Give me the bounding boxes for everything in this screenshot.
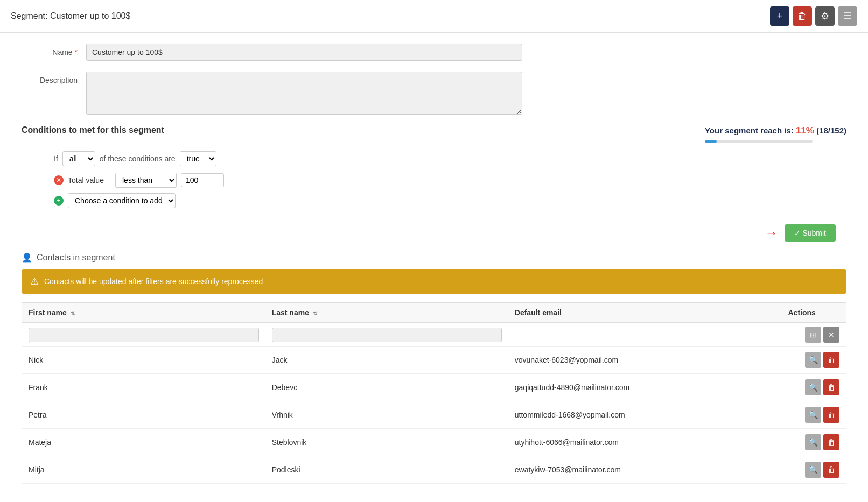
reach-bar-container (705, 140, 813, 143)
table-row: Petra Vrhnik uttommiledd-1668@yopmail.co… (22, 401, 846, 429)
col-lastname[interactable]: Last name ⇅ (265, 303, 508, 323)
total-value-label: Total value (68, 176, 111, 185)
cell-actions: 🔍 🗑 (782, 374, 846, 401)
warning-icon: ⚠ (30, 275, 39, 287)
cell-firstname: Mateja (22, 429, 265, 456)
col-firstname[interactable]: First name ⇅ (22, 303, 265, 323)
delete-row-button[interactable]: 🗑 (823, 434, 839, 450)
cell-lastname: Debevc (265, 374, 508, 401)
description-label: Description (22, 72, 86, 84)
row-actions: 🔍 🗑 (788, 407, 840, 423)
reach-info-block: Your segment reach is: 11% (18/152) (705, 125, 846, 143)
row-actions: 🔍 🗑 (788, 462, 840, 478)
cell-firstname: Mitja (22, 456, 265, 484)
cell-lastname: Vrhnik (265, 401, 508, 429)
conditions-title: Conditions to met for this segment (22, 125, 164, 135)
cell-firstname: Frank (22, 374, 265, 401)
conditions-are-label: of these conditions are (100, 154, 176, 163)
filter-actions: ⊞ ✕ (788, 327, 840, 343)
arrow-indicator: → (765, 225, 778, 241)
view-button[interactable]: 🔍 (805, 462, 821, 478)
filter-row: ⊞ ✕ (22, 323, 846, 347)
delete-row-button[interactable]: 🗑 (823, 379, 839, 395)
cell-lastname: Jack (265, 347, 508, 374)
firstname-filter-input[interactable] (29, 328, 259, 342)
table-header: First name ⇅ Last name ⇅ Default email A… (22, 303, 846, 323)
cell-lastname: Steblovnik (265, 429, 508, 456)
cell-lastname: Podleski (265, 456, 508, 484)
row-actions: 🔍 🗑 (788, 352, 840, 368)
delete-row-button[interactable]: 🗑 (823, 462, 839, 478)
add-condition-icon[interactable]: + (54, 196, 64, 206)
name-label: Name * (22, 44, 86, 56)
delete-row-button[interactable]: 🗑 (823, 407, 839, 423)
cell-actions: 🔍 🗑 (782, 429, 846, 456)
cell-actions: 🔍 🗑 (782, 401, 846, 429)
cell-actions: 🔍 🗑 (782, 456, 846, 484)
if-label: If (54, 154, 58, 163)
contacts-title: Contacts in segment (37, 253, 115, 263)
conditions-section: Conditions to met for this segment Your … (22, 125, 846, 208)
if-row: If all any of these conditions are true … (54, 151, 846, 166)
table-row: Mitja Podleski ewatykiw-7053@mailinator.… (22, 456, 846, 484)
remove-condition-icon[interactable]: ✕ (54, 175, 64, 185)
table-row: Nick Jack vovunaket-6023@yopmail.com 🔍 🗑 (22, 347, 846, 374)
page-header: Segment: Customer up to 100$ + 🗑 ⚙ ☰ (0, 0, 868, 33)
reach-info: Your segment reach is: 11% (18/152) (705, 125, 846, 136)
cell-email: ewatykiw-7053@mailinator.com (508, 456, 782, 484)
add-button[interactable]: + (770, 6, 789, 26)
required-star: * (75, 48, 78, 56)
cell-email: uttommiledd-1668@yopmail.com (508, 401, 782, 429)
description-textarea[interactable] (86, 72, 522, 115)
warning-banner: ⚠ Contacts will be updated after filters… (22, 269, 846, 294)
total-value-condition: ✕ Total value less than greater than equ… (54, 173, 846, 188)
view-button[interactable]: 🔍 (805, 379, 821, 395)
submit-area: → ✓ Submit (22, 224, 846, 242)
condition-builder: If all any of these conditions are true … (54, 151, 846, 208)
row-actions: 🔍 🗑 (788, 434, 840, 450)
view-button[interactable]: 🔍 (805, 352, 821, 368)
sort-firstname-icon: ⇅ (71, 310, 75, 316)
view-button[interactable]: 🔍 (805, 434, 821, 450)
contacts-section: 👤 Contacts in segment ⚠ Contacts will be… (22, 252, 846, 484)
view-button[interactable]: 🔍 (805, 407, 821, 423)
delete-row-button[interactable]: 🗑 (823, 352, 839, 368)
condition-value-input[interactable] (181, 173, 224, 187)
cell-firstname: Petra (22, 401, 265, 429)
all-select[interactable]: all any (62, 151, 95, 166)
clear-filter-button[interactable]: ✕ (823, 327, 839, 343)
warning-text: Contacts will be updated after filters a… (44, 277, 263, 286)
name-field-group: Name * (22, 44, 846, 61)
contacts-table: First name ⇅ Last name ⇅ Default email A… (22, 302, 846, 484)
operator-select[interactable]: less than greater than equals (115, 173, 177, 188)
true-select[interactable]: true false (180, 151, 216, 166)
person-icon: 👤 (22, 252, 32, 263)
cell-firstname: Nick (22, 347, 265, 374)
reach-bar (705, 140, 717, 143)
conditions-reach-row: Conditions to met for this segment Your … (22, 125, 846, 143)
row-actions: 🔍 🗑 (788, 379, 840, 395)
submit-button[interactable]: ✓ Submit (785, 224, 836, 242)
contacts-header: 👤 Contacts in segment (22, 252, 846, 263)
main-content: Name * Description Conditions to met for… (0, 33, 868, 494)
name-input[interactable] (86, 44, 522, 61)
cell-email: vovunaket-6023@yopmail.com (508, 347, 782, 374)
cell-actions: 🔍 🗑 (782, 347, 846, 374)
cell-email: utyhihott-6066@mailinator.com (508, 429, 782, 456)
table-row: Mateja Steblovnik utyhihott-6066@mailina… (22, 429, 846, 456)
header-actions: + 🗑 ⚙ ☰ (770, 6, 857, 26)
add-condition-row: + Choose a condition to add... (54, 193, 846, 208)
description-field-group: Description (22, 72, 846, 115)
lastname-filter-input[interactable] (272, 328, 502, 342)
page-title: Segment: Customer up to 100$ (11, 11, 130, 21)
reach-percent: 11% (796, 125, 814, 136)
col-actions: Actions (782, 303, 846, 323)
settings-button[interactable]: ⚙ (815, 6, 835, 26)
filter-button[interactable]: ⊞ (805, 327, 821, 343)
sort-lastname-icon: ⇅ (313, 310, 317, 316)
cell-email: gaqiqattudd-4890@mailinator.com (508, 374, 782, 401)
col-email: Default email (508, 303, 782, 323)
delete-button[interactable]: 🗑 (793, 6, 812, 26)
add-condition-select[interactable]: Choose a condition to add... (68, 193, 176, 208)
menu-button[interactable]: ☰ (838, 6, 857, 26)
